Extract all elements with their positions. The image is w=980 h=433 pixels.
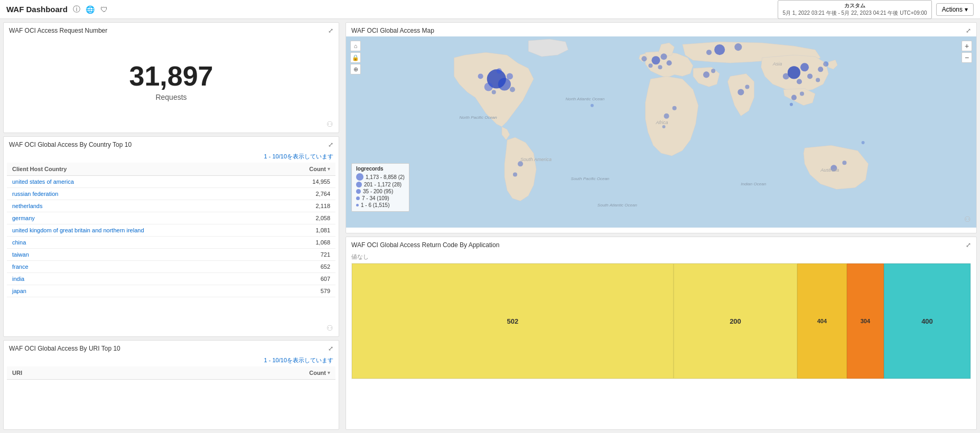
svg-text:South Atlantic Ocean: South Atlantic Ocean: [598, 203, 638, 208]
country-card-header: WAF OCI Global Access By Country Top 10 …: [4, 137, 339, 150]
svg-text:South America: South America: [520, 157, 552, 162]
map-expand-icon[interactable]: ⤢: [966, 27, 971, 34]
treemap-block[interactable]: 404: [797, 263, 847, 379]
country-cell[interactable]: united states of america: [7, 176, 276, 188]
country-table-row: india607: [7, 273, 335, 285]
legend-circle-3: [356, 189, 361, 194]
return-card-header: WAF OCI Global Access Return Code By App…: [346, 237, 976, 251]
count-sort[interactable]: Count ▾: [309, 166, 330, 172]
shield-icon[interactable]: 🛡: [99, 5, 109, 14]
country-cell[interactable]: india: [7, 273, 276, 285]
header-title: WAF Dashboard: [6, 5, 68, 14]
svg-point-5: [478, 73, 483, 79]
left-panel: WAF OCI Access Request Number ⤢ 31,897 R…: [0, 19, 342, 433]
request-card-title: WAF OCI Access Request Number: [9, 27, 107, 34]
svg-point-40: [591, 104, 594, 107]
legend-title: logrecords: [356, 166, 405, 172]
treemap-block[interactable]: 304: [847, 263, 884, 379]
count-cell: 607: [276, 273, 335, 285]
legend-label-5: 1 - 6 (1,515): [361, 202, 389, 208]
country-cell[interactable]: germany: [7, 212, 276, 224]
map-zoom-in-button[interactable]: +: [962, 41, 972, 51]
actions-label: Actions: [942, 6, 963, 13]
return-card-body: 値なし 502200404304400: [346, 251, 976, 384]
svg-point-13: [660, 53, 667, 60]
request-card-body: 31,897 Requests: [4, 36, 339, 127]
map-legend: logrecords 1,173 - 8,858 (2) 201 - 1,172…: [351, 163, 409, 212]
map-zoom-out-button[interactable]: −: [962, 52, 972, 63]
country-cell[interactable]: japan: [7, 285, 276, 297]
map-user-icon: ⚇: [964, 215, 971, 223]
country-cell[interactable]: taiwan: [7, 249, 276, 261]
map-home-button[interactable]: ⌂: [350, 41, 361, 51]
globe-icon[interactable]: 🌐: [86, 5, 95, 14]
country-sort[interactable]: Client Host Country: [12, 166, 67, 172]
uri-table-header-row: URI Count ▾: [7, 366, 335, 380]
chevron-down-icon: ▾: [965, 6, 968, 13]
treemap-block-label: 400: [921, 317, 933, 325]
right-panel: WAF OCI Global Access Map ⤢: [342, 19, 980, 433]
svg-point-12: [651, 56, 660, 64]
col-uri-header[interactable]: URI: [7, 366, 136, 380]
svg-point-8: [497, 68, 502, 73]
return-expand-icon[interactable]: ⤢: [966, 241, 971, 249]
svg-point-6: [510, 87, 515, 92]
svg-point-37: [662, 125, 666, 128]
svg-point-30: [791, 95, 797, 100]
treemap-block-label: 200: [730, 317, 741, 325]
legend-circle-2: [356, 182, 362, 187]
col-uri-count-header[interactable]: Count ▾: [136, 366, 335, 380]
country-expand-icon[interactable]: ⤢: [328, 141, 333, 148]
map-card: WAF OCI Global Access Map ⤢: [346, 22, 977, 233]
legend-item-4: 7 - 34 (109): [356, 195, 405, 201]
country-table-body: united states of america14,955russian fe…: [7, 176, 335, 297]
uri-card-header: WAF OCI Global Access By URI Top 10 ⤢: [4, 341, 339, 354]
uri-count-sort[interactable]: Count ▾: [309, 370, 330, 376]
col-count-header[interactable]: Count ▾: [276, 163, 335, 176]
country-user-icon: ⚇: [326, 324, 333, 332]
svg-point-19: [800, 63, 809, 71]
request-expand-icon[interactable]: ⤢: [328, 27, 333, 34]
svg-point-24: [823, 61, 828, 67]
svg-point-34: [513, 172, 517, 176]
svg-point-21: [797, 79, 802, 84]
treemap-block[interactable]: 502: [352, 263, 674, 379]
country-cell[interactable]: china: [7, 237, 276, 249]
legend-item-2: 201 - 1,172 (28): [356, 182, 405, 187]
legend-item-5: 1 - 6 (1,515): [356, 202, 405, 208]
country-table-row: china1,068: [7, 237, 335, 249]
svg-point-15: [648, 63, 652, 68]
uri-card: WAF OCI Global Access By URI Top 10 ⤢ 1 …: [3, 340, 339, 430]
treemap-block[interactable]: 400: [884, 263, 970, 379]
treemap-block-label: 404: [817, 318, 827, 324]
legend-circle-1: [356, 173, 363, 181]
country-table: Client Host Country Count ▾: [7, 163, 335, 297]
header-right: カスタム 5月 1, 2022 03:21 午後 - 5月 22, 2023 0…: [778, 0, 974, 19]
treemap-block[interactable]: 200: [674, 263, 797, 379]
country-table-row: germany2,058: [7, 212, 335, 224]
svg-point-29: [711, 69, 715, 73]
count-cell: 14,955: [276, 176, 335, 188]
world-map-svg: North Pacific Ocean North Atlantic Ocean…: [346, 36, 976, 228]
country-cell[interactable]: netherlands: [7, 200, 276, 212]
return-code-card: WAF OCI Global Access Return Code By App…: [346, 237, 977, 430]
country-table-row: russian federation2,764: [7, 188, 335, 200]
map-lock-button[interactable]: 🔒: [350, 52, 361, 63]
country-cell[interactable]: france: [7, 261, 276, 273]
header: WAF Dashboard ⓘ 🌐 🛡 カスタム 5月 1, 2022 03:2…: [0, 0, 980, 19]
actions-button[interactable]: Actions ▾: [936, 3, 974, 16]
map-container[interactable]: North Pacific Ocean North Atlantic Ocean…: [346, 36, 976, 228]
svg-point-41: [862, 141, 865, 144]
legend-circle-5: [356, 204, 359, 206]
col-country-header[interactable]: Client Host Country: [7, 163, 276, 176]
uri-expand-icon[interactable]: ⤢: [328, 345, 333, 352]
country-table-header-row: Client Host Country Count ▾: [7, 163, 335, 176]
svg-point-4: [507, 73, 513, 79]
date-picker[interactable]: カスタム 5月 1, 2022 03:21 午後 - 5月 22, 2023 0…: [778, 0, 931, 19]
country-cell[interactable]: russian federation: [7, 188, 276, 200]
map-card-title: WAF OCI Global Access Map: [351, 27, 434, 34]
info-icon[interactable]: ⓘ: [72, 5, 81, 14]
map-globe-button[interactable]: ⊕: [350, 64, 361, 74]
country-cell[interactable]: united kingdom of great britain and nort…: [7, 224, 276, 237]
request-number-card: WAF OCI Access Request Number ⤢ 31,897 R…: [3, 22, 339, 133]
